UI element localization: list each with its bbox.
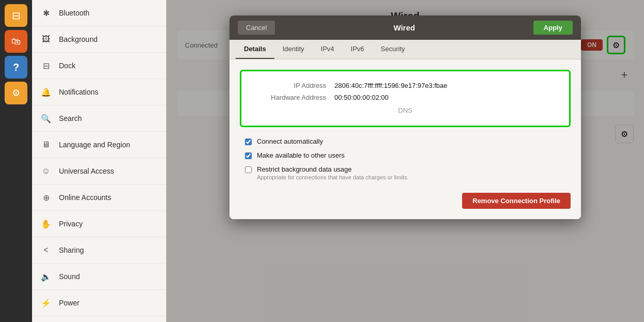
- help-icon[interactable]: ?: [5, 56, 27, 79]
- sidebar: ✱ Bluetooth 🖼 Background ⊟ Dock 🔔 Notifi…: [32, 0, 166, 322]
- hardware-address-label: Hardware Address: [252, 94, 334, 101]
- sharing-icon: <: [40, 244, 52, 256]
- sidebar-item-label: Dock: [59, 62, 75, 70]
- restrict-bg-label: Restrict background data usage: [257, 165, 409, 173]
- sidebar-item-sharing[interactable]: < Sharing: [32, 237, 166, 264]
- network-info-box: IP Address 2806:40c:7fff:ffff:1596:9e17:…: [240, 70, 571, 127]
- ip-address-row: IP Address 2806:40c:7fff:ffff:1596:9e17:…: [252, 80, 559, 91]
- sidebar-item-dock[interactable]: ⊟ Dock: [32, 53, 166, 79]
- sidebar-item-label: Sharing: [59, 246, 84, 254]
- checkbox-section: Connect automatically Make available to …: [240, 137, 571, 180]
- tab-identity[interactable]: Identity: [274, 40, 313, 59]
- main-content: Wired Connected ON ⚙ + ⚙: [166, 0, 644, 322]
- dock: ⊟ 🛍 ? ⚙: [0, 0, 32, 322]
- dialog-title: Wired: [393, 23, 415, 32]
- connect-auto-label: Connect automatically: [257, 137, 323, 145]
- sidebar-item-bluetooth[interactable]: ✱ Bluetooth: [32, 0, 166, 26]
- settings-dock-icon[interactable]: ⚙: [5, 82, 27, 104]
- restrict-bg-checkbox[interactable]: [245, 166, 252, 173]
- ip-address-value: 2806:40c:7fff:ffff:1596:9e17:97e3:fbae: [334, 82, 448, 89]
- sidebar-item-language[interactable]: 🖥 Language and Region: [32, 132, 166, 158]
- sidebar-item-label: Privacy: [59, 220, 83, 228]
- privacy-icon: ✋: [40, 218, 52, 229]
- hardware-address-row: Hardware Address 00:50:00:00:02:00: [252, 91, 559, 103]
- app-store-icon[interactable]: 🛍: [5, 30, 27, 53]
- sidebar-item-label: Background: [59, 35, 98, 43]
- wired-dialog: Cancel Wired Apply Details Identity IPv4…: [229, 16, 581, 219]
- sidebar-item-label: Bluetooth: [59, 9, 89, 17]
- sidebar-item-label: Search: [59, 114, 82, 122]
- dialog-overlay: Cancel Wired Apply Details Identity IPv4…: [166, 0, 644, 322]
- dns-row: DNS: [252, 103, 559, 117]
- sidebar-item-search[interactable]: 🔍 Search: [32, 105, 166, 132]
- background-icon: 🖼: [40, 34, 52, 45]
- apply-button[interactable]: Apply: [533, 21, 573, 35]
- dialog-titlebar: Cancel Wired Apply: [229, 16, 581, 40]
- restrict-bg-sublabel: Appropriate for connections that have da…: [257, 174, 409, 180]
- sound-icon: 🔈: [40, 271, 52, 282]
- dialog-tabs: Details Identity IPv4 IPv6 Security: [229, 40, 581, 59]
- ip-address-label: IP Address: [252, 82, 334, 89]
- tab-ipv6[interactable]: IPv6: [343, 40, 373, 59]
- power-icon: ⚡: [40, 297, 52, 309]
- hardware-address-value: 00:50:00:00:02:00: [334, 94, 389, 101]
- online-accounts-icon: ⊕: [40, 192, 52, 203]
- tab-security[interactable]: Security: [373, 40, 413, 59]
- sidebar-item-privacy[interactable]: ✋ Privacy: [32, 211, 166, 237]
- sidebar-item-label: Language and Region: [59, 141, 130, 149]
- tab-ipv4[interactable]: IPv4: [313, 40, 343, 59]
- cancel-button[interactable]: Cancel: [238, 21, 275, 35]
- window-minimize-icon[interactable]: ⊟: [5, 4, 27, 27]
- sidebar-item-label: Power: [59, 299, 80, 307]
- sidebar-item-notifications[interactable]: 🔔 Notifications: [32, 79, 166, 105]
- universal-access-icon: ☺: [40, 165, 52, 177]
- language-icon: 🖥: [40, 139, 52, 150]
- sidebar-item-background[interactable]: 🖼 Background: [32, 26, 166, 53]
- sidebar-item-sound[interactable]: 🔈 Sound: [32, 264, 166, 290]
- sidebar-item-online-accounts[interactable]: ⊕ Online Accounts: [32, 185, 166, 211]
- sidebar-item-universal-access[interactable]: ☺ Universal Access: [32, 158, 166, 185]
- sidebar-item-label: Notifications: [59, 88, 98, 96]
- dock-icon: ⊟: [40, 60, 52, 71]
- sidebar-item-label: Sound: [59, 272, 80, 281]
- bluetooth-icon: ✱: [40, 7, 52, 19]
- sidebar-item-power[interactable]: ⚡ Power: [32, 290, 166, 316]
- restrict-bg-row: Restrict background data usage Appropria…: [245, 165, 565, 180]
- activate-windows-text: Activate Windowsvia Cop...: [593, 305, 638, 318]
- connect-auto-row: Connect automatically: [245, 137, 565, 145]
- connect-auto-checkbox[interactable]: [245, 139, 252, 145]
- sidebar-item-label: Universal Access: [59, 167, 114, 175]
- make-available-label: Make available to other users: [257, 151, 345, 159]
- notifications-icon: 🔔: [40, 86, 52, 98]
- search-icon: 🔍: [40, 113, 52, 124]
- dialog-content: IP Address 2806:40c:7fff:ffff:1596:9e17:…: [229, 59, 581, 219]
- remove-connection-button[interactable]: Remove Connection Profile: [462, 193, 571, 209]
- make-available-row: Make available to other users: [245, 151, 565, 159]
- make-available-checkbox[interactable]: [245, 152, 252, 159]
- sidebar-item-label: Online Accounts: [59, 193, 111, 202]
- tab-details[interactable]: Details: [236, 40, 274, 59]
